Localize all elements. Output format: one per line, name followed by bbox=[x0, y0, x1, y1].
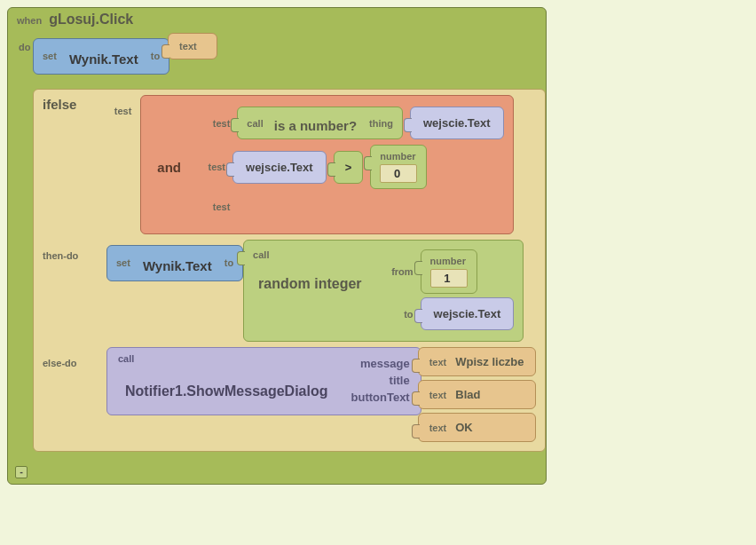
wejscie-text-getter-3[interactable]: wejscie.Text bbox=[421, 297, 515, 330]
text-message-block[interactable]: text Wpisz liczbe bbox=[418, 347, 536, 376]
text-buttontext-block[interactable]: text OK bbox=[418, 413, 536, 442]
notifier-proc-name: Notifier1.ShowMessageDialog bbox=[118, 364, 339, 399]
setter-target: Wynik.Text bbox=[64, 44, 144, 67]
is-a-number-arg-label: thing bbox=[369, 118, 393, 129]
is-a-number-call[interactable]: call is a number? thing bbox=[237, 107, 403, 139]
text-keyword: text bbox=[179, 41, 197, 51]
random-to-label: to bbox=[378, 309, 413, 320]
random-integer-call[interactable]: call random integer from number bbox=[243, 240, 524, 342]
and-test-label-2: test bbox=[195, 162, 225, 172]
text-buttontext-value: OK bbox=[455, 421, 473, 434]
setter-block[interactable]: set Wynik.Text to bbox=[33, 38, 169, 75]
and-block[interactable]: test call is a number? thing wejscie.Tex… bbox=[140, 95, 513, 234]
number-keyword-2: number bbox=[430, 256, 466, 266]
ifelse-block[interactable]: ifelse test test c bbox=[33, 89, 546, 452]
then-do-label: then-do bbox=[43, 250, 78, 261]
is-a-number-name: is a number? bbox=[271, 113, 362, 133]
text-keyword-msg: text bbox=[429, 357, 447, 367]
event-when-block[interactable]: when gLosuj.Click do set Wynik.Text to t… bbox=[7, 7, 547, 485]
ifelse-test-label: test bbox=[114, 106, 132, 116]
text-message-value: Wpisz liczbe bbox=[455, 355, 524, 368]
text-title-value: Blad bbox=[455, 388, 480, 401]
call-keyword-3: call bbox=[118, 353, 339, 364]
random-from-label: from bbox=[378, 266, 413, 277]
text-keyword-btn: text bbox=[429, 423, 447, 433]
wejscie-text-getter-2[interactable]: wejscie.Text bbox=[232, 151, 327, 184]
number-value-one[interactable]: 1 bbox=[430, 269, 468, 288]
greater-than-op[interactable]: > bbox=[334, 151, 364, 184]
set-keyword-2: set bbox=[116, 257, 130, 268]
to-keyword-2: to bbox=[224, 257, 233, 268]
wejscie-text-getter-1[interactable]: wejscie.Text bbox=[410, 107, 504, 139]
number-block-zero[interactable]: number 0 bbox=[370, 145, 427, 189]
call-keyword: call bbox=[247, 118, 263, 129]
ifelse-keyword: ifelse bbox=[43, 97, 76, 112]
notifier-showmessagedialog-call[interactable]: call Notifier1.ShowMessageDialog message bbox=[106, 347, 421, 415]
to-keyword: to bbox=[151, 51, 160, 61]
do-keyword: do bbox=[19, 42, 30, 52]
number-value-zero[interactable]: 0 bbox=[380, 164, 417, 183]
set-wynik-text-row-1[interactable]: set Wynik.Text to text bbox=[33, 33, 546, 80]
text-title-block[interactable]: text Blad bbox=[418, 380, 536, 409]
collapse-toggle[interactable]: - bbox=[15, 466, 28, 478]
set-keyword: set bbox=[43, 51, 57, 61]
when-keyword: when bbox=[17, 15, 42, 26]
number-block-one[interactable]: number 1 bbox=[421, 249, 477, 294]
number-keyword: number bbox=[380, 151, 415, 162]
notifier-buttontext-label: buttonText bbox=[351, 391, 410, 404]
random-integer-name: random integer bbox=[253, 260, 366, 296]
notifier-title-label: title bbox=[390, 374, 410, 387]
and-keyword: and bbox=[150, 160, 188, 175]
notifier-call-row[interactable]: call Notifier1.ShowMessageDialog message bbox=[106, 347, 536, 442]
and-test-label-1: test bbox=[200, 118, 230, 129]
and-test-label-3: test bbox=[200, 201, 230, 212]
text-literal-block[interactable]: text bbox=[168, 33, 217, 59]
setter-block-2[interactable]: set Wynik.Text to bbox=[106, 245, 243, 281]
call-keyword-2: call bbox=[253, 249, 366, 260]
notifier-message-label: message bbox=[360, 357, 410, 370]
else-do-label: else-do bbox=[43, 358, 77, 368]
setter-target-2: Wynik.Text bbox=[138, 251, 217, 273]
text-keyword-title: text bbox=[429, 390, 447, 400]
set-wynik-text-row-2[interactable]: set Wynik.Text to call random integer bbox=[106, 240, 524, 342]
event-handler-name: gLosuj.Click bbox=[49, 12, 133, 28]
